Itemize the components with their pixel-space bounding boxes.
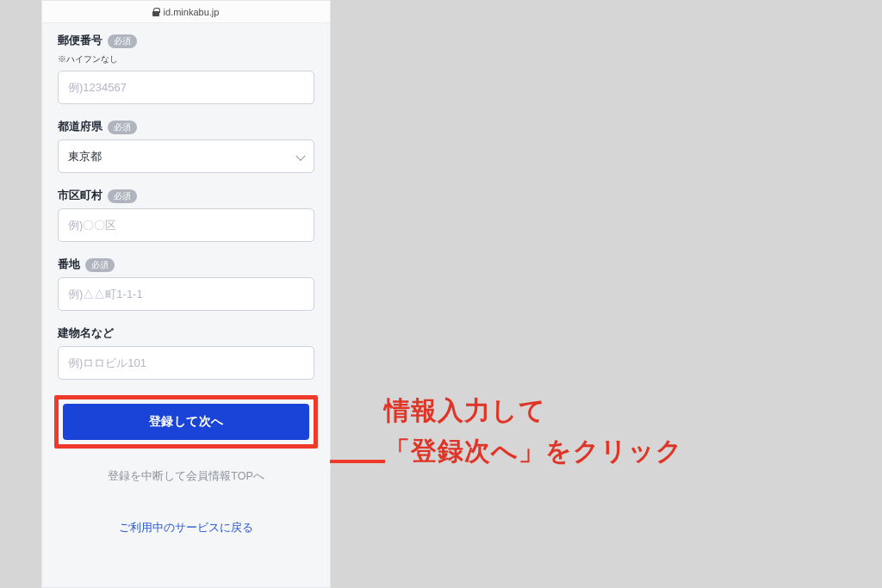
city-input[interactable] — [58, 208, 314, 242]
city-label: 市区町村 — [58, 189, 102, 203]
prefecture-group: 都道府県 必須 東京都 — [58, 120, 314, 173]
required-badge: 必須 — [108, 34, 137, 48]
submit-highlight-box: 登録して次へ — [54, 395, 318, 449]
required-badge: 必須 — [108, 189, 137, 203]
postal-note: ※ハイフンなし — [58, 53, 314, 65]
postal-group: 郵便番号 必須 ※ハイフンなし — [58, 34, 314, 104]
lock-icon — [153, 8, 160, 16]
submit-button[interactable]: 登録して次へ — [63, 404, 309, 440]
cancel-link[interactable]: 登録を中断して会員情報TOPへ — [58, 469, 314, 484]
instruction-annotation: 情報入力して 「登録次へ」をクリック — [384, 391, 683, 471]
address-form: 郵便番号 必須 ※ハイフンなし 都道府県 必須 東京都 市区町村 必須 — [42, 23, 330, 535]
city-group: 市区町村 必須 — [58, 189, 314, 242]
building-label: 建物名など — [58, 326, 114, 341]
street-group: 番地 必須 — [58, 257, 314, 311]
url-bar: id.minkabu.jp — [42, 1, 330, 23]
postal-label: 郵便番号 — [58, 34, 102, 48]
url-domain: id.minkabu.jp — [164, 7, 220, 17]
building-input[interactable] — [58, 346, 314, 380]
street-label: 番地 — [58, 257, 80, 272]
prefecture-label: 都道府県 — [58, 120, 102, 134]
annotation-line-2: 「登録次へ」をクリック — [384, 431, 683, 472]
mobile-screenshot: id.minkabu.jp 郵便番号 必須 ※ハイフンなし 都道府県 必須 東京… — [41, 0, 331, 588]
annotation-line-1: 情報入力して — [384, 391, 683, 431]
required-badge: 必須 — [85, 258, 115, 272]
prefecture-select[interactable]: 東京都 — [58, 139, 314, 173]
building-group: 建物名など — [58, 326, 314, 380]
postal-input[interactable] — [58, 71, 314, 104]
annotation-connector-line — [330, 460, 385, 463]
return-link[interactable]: ご利用中のサービスに戻る — [58, 520, 314, 535]
street-input[interactable] — [58, 277, 314, 311]
required-badge: 必須 — [108, 121, 137, 134]
